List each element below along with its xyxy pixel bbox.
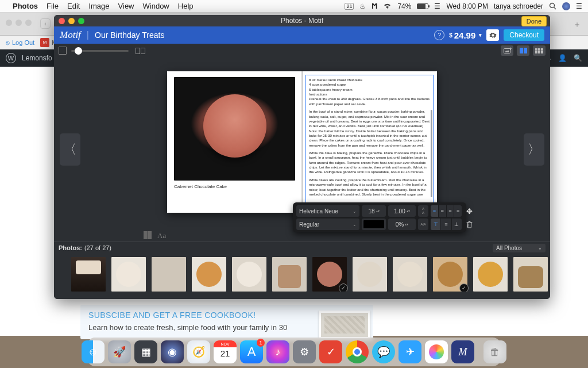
wp-site-name[interactable]: Lemonsfo — [22, 54, 52, 62]
font-size-stepper[interactable]: 18▴▾ — [362, 205, 386, 217]
bg-new-tab-icon[interactable]: ＋ — [573, 20, 581, 30]
notification-center-icon[interactable]: ☰ — [576, 2, 582, 10]
menu-window[interactable]: Window — [143, 2, 169, 10]
dock-motif[interactable]: M — [451, 340, 474, 363]
text-style-icon[interactable]: Aa — [157, 231, 166, 240]
v-align-group[interactable]: ⊤≡⊥ — [431, 218, 462, 230]
bg-logout-link[interactable]: ⎋ Log Out — [6, 39, 34, 46]
menubar-user[interactable]: tanya schroeder — [494, 2, 543, 10]
thumb-5[interactable] — [232, 257, 266, 292]
tracking-stepper[interactable]: 0%▴▾ — [388, 218, 416, 230]
dock-calendar[interactable]: NOV 21 — [214, 340, 237, 363]
trash-icon[interactable] — [464, 218, 474, 230]
text-scrollbar[interactable] — [431, 110, 432, 197]
help-icon[interactable]: ? — [434, 30, 444, 40]
spread-view-icon[interactable] — [136, 48, 145, 54]
menu-image[interactable]: Image — [88, 2, 109, 10]
case-toggle[interactable]: AA — [418, 205, 428, 217]
wp-user-icon[interactable]: 👤 — [558, 54, 567, 62]
tray-filter-select[interactable]: All Photos⌄ — [493, 244, 546, 252]
dock-chrome[interactable] — [346, 340, 369, 363]
window-title: Photos - Motif — [281, 17, 323, 25]
text-format-panel[interactable]: Helvetica Neue⌄ 18▴▾ 1.00▴▾ AA ≡≡≡≡ ✥ Re… — [293, 202, 466, 232]
thumb-11[interactable] — [473, 257, 508, 292]
zoom-icon[interactable] — [78, 18, 84, 24]
dock-todoist[interactable]: ✓ — [319, 340, 342, 363]
thumb-3[interactable] — [152, 257, 186, 292]
menubar-app[interactable]: Photos — [13, 2, 38, 10]
move-icon[interactable]: ✥ — [464, 205, 474, 217]
minimize-icon[interactable] — [68, 18, 75, 24]
thumb-7[interactable] — [312, 257, 347, 292]
tray-label: Photos: — [59, 244, 82, 251]
spacing-toggle[interactable]: A|A — [418, 218, 428, 230]
two-page-view-button[interactable] — [517, 45, 529, 56]
single-page-icon[interactable] — [59, 47, 67, 55]
dock-siri[interactable]: ◉ — [161, 340, 184, 363]
thumb-2[interactable] — [111, 257, 146, 292]
photos-motif-window: Photos - Motif Done Motif | Our Birthday… — [54, 15, 550, 299]
dock-safari[interactable]: 🧭 — [187, 340, 210, 363]
thumb-10[interactable] — [433, 257, 467, 292]
h-align-group[interactable]: ≡≡≡≡ — [431, 205, 462, 217]
menu-file[interactable]: File — [47, 2, 59, 10]
menu-help[interactable]: Help — [178, 2, 194, 10]
dock-launchpad[interactable]: 🚀 — [108, 340, 131, 363]
dock-appstore[interactable]: A1 — [240, 340, 263, 363]
thumb-9[interactable] — [393, 257, 427, 292]
thumb-12[interactable] — [513, 257, 548, 292]
motif-logo[interactable]: Motif — [60, 29, 81, 41]
prev-page-button[interactable]: 〈 — [60, 133, 80, 166]
dock-photos[interactable] — [425, 340, 448, 363]
zoom-slider[interactable] — [71, 50, 129, 52]
photo-caption[interactable]: Cabernet Chocolate Cake — [174, 184, 295, 189]
menubar-cal-icon[interactable]: 21 — [345, 3, 354, 10]
text-color-swatch[interactable] — [362, 218, 386, 230]
dock-mission-control[interactable]: ▦ — [134, 340, 157, 363]
menubar-flame-icon[interactable]: ♨ — [359, 2, 366, 10]
siri-icon[interactable] — [562, 2, 570, 10]
thumbnail-strip[interactable] — [54, 254, 550, 292]
leading-stepper[interactable]: 1.00▴▾ — [388, 205, 416, 217]
thumb-4[interactable] — [192, 257, 226, 292]
font-weight-select[interactable]: Regular⌄ — [296, 218, 359, 230]
dock-itunes[interactable]: ♪ — [266, 340, 289, 363]
recipe-photo[interactable] — [174, 77, 295, 181]
wp-logo-icon[interactable]: W — [6, 53, 16, 63]
battery-icon[interactable] — [417, 3, 428, 9]
dock-messages[interactable]: 💬 — [372, 340, 395, 363]
dock-preferences[interactable]: ⚙ — [293, 340, 316, 363]
font-family-select[interactable]: Helvetica Neue⌄ — [296, 205, 359, 217]
window-titlebar[interactable]: Photos - Motif Done — [54, 15, 550, 26]
page-left[interactable]: Cabernet Chocolate Cake — [167, 71, 302, 213]
menubar-wifi-icon[interactable] — [383, 3, 392, 9]
book-spread: Cabernet Chocolate Cake 8 oz melted semi… — [167, 71, 437, 213]
thumb-6[interactable] — [272, 257, 307, 292]
photo-tray: Photos: (27 of 27) All Photos⌄ — [54, 241, 550, 299]
next-page-button[interactable]: 〉 — [524, 133, 544, 166]
traffic-lights[interactable] — [59, 18, 84, 24]
checkout-button[interactable]: Checkout — [504, 29, 544, 41]
dock-spark[interactable]: ✈ — [399, 340, 421, 363]
recipe-text-box[interactable]: 8 oz melted semi sweet chocolate 4 cups … — [305, 75, 434, 209]
menubar-extra-icon[interactable]: ☰ — [434, 2, 440, 10]
price-dropdown[interactable]: $24.99▾ — [449, 30, 482, 40]
dock-finder[interactable]: ☺ — [82, 340, 105, 363]
tray-count: (27 of 27) — [84, 244, 111, 251]
menu-view[interactable]: View — [118, 2, 134, 10]
settings-button[interactable] — [486, 29, 499, 41]
spotlight-icon[interactable] — [549, 2, 556, 10]
add-photo-button[interactable] — [501, 45, 513, 56]
done-button[interactable]: Done — [521, 16, 547, 26]
dock-trash[interactable]: 🗑 — [483, 340, 506, 363]
wp-search-icon[interactable]: 🔍 — [574, 54, 582, 62]
bg-traffic-lights[interactable] — [6, 20, 32, 26]
close-icon[interactable] — [59, 18, 65, 24]
grid-view-button[interactable] — [533, 45, 546, 56]
menu-edit[interactable]: Edit — [67, 2, 80, 10]
layout-icon[interactable] — [144, 231, 152, 239]
menubar-malware-icon[interactable]: Ϻ — [372, 2, 377, 10]
page-right[interactable]: 8 oz melted semi sweet chocolate 4 cups … — [302, 71, 437, 213]
thumb-1[interactable] — [71, 257, 106, 292]
thumb-8[interactable] — [353, 257, 387, 292]
